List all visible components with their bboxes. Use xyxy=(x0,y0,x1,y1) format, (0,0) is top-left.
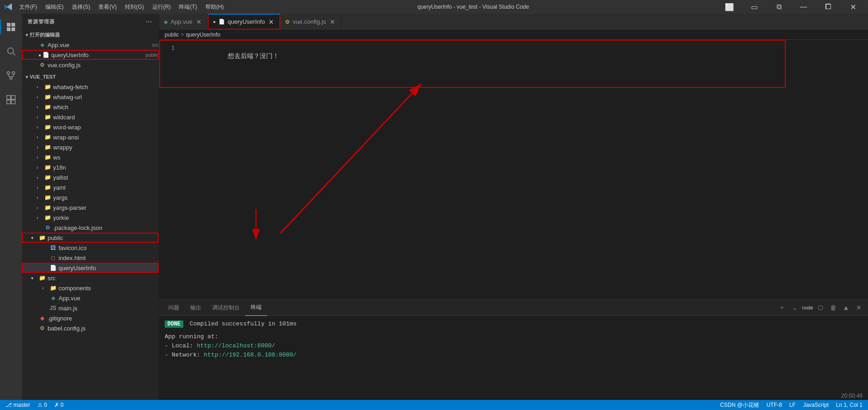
status-warnings[interactable]: ⚠ 0 xyxy=(36,402,49,408)
maximize-button[interactable]: ⧠ xyxy=(818,0,839,14)
status-branch[interactable]: ⎇ master xyxy=(4,402,32,408)
folder-icon: 📁 xyxy=(44,133,51,141)
menu-terminal[interactable]: 终端(T) xyxy=(175,2,200,12)
activity-source-control[interactable] xyxy=(0,64,22,86)
title-bar: 文件(F) 编辑(E) 选择(S) 查看(V) 转到(G) 运行(R) 终端(T… xyxy=(0,0,868,14)
activity-explorer[interactable] xyxy=(0,16,22,38)
close-button[interactable]: ✕ xyxy=(842,0,863,14)
tree-wrappy[interactable]: › 📁 wrappy xyxy=(22,142,159,152)
open-editor-query-user-info[interactable]: ● 📄 queryUserInfo public xyxy=(22,50,159,60)
status-errors[interactable]: ✗ 0 xyxy=(53,402,65,408)
ico-icon: 🖼 xyxy=(49,244,57,251)
src-chevron: ▾ xyxy=(31,276,38,281)
item-name: yorkie xyxy=(53,214,159,221)
status-cursor[interactable]: Ln 1, Col 1 xyxy=(834,402,864,408)
code-area[interactable]: 想去后端？没门！ xyxy=(182,40,864,299)
open-editors-header[interactable]: ▾ 打开的编辑器 xyxy=(22,30,159,40)
kill-terminal-button[interactable]: 🗑 xyxy=(828,302,839,313)
open-editor-app-vue[interactable]: ◈ App.vue src xyxy=(22,40,159,50)
tree-index-html[interactable]: ◻ index.html xyxy=(22,253,159,263)
network-url[interactable]: http://192.168.0.108:8080/ xyxy=(204,351,297,358)
tab-query-user-info[interactable]: ● 📄 queryUserInfo ✕ xyxy=(208,14,281,30)
panel-tab-problems[interactable]: 问题 xyxy=(163,300,185,316)
split-terminal-button[interactable]: ⬡ xyxy=(815,302,826,313)
folder-icon: 📁 xyxy=(44,214,51,221)
minimize-button[interactable]: — xyxy=(793,0,814,14)
tree-src-folder[interactable]: ▾ 📁 src xyxy=(22,273,159,283)
tree-yaml[interactable]: › 📁 yaml xyxy=(22,182,159,192)
breadcrumb-public[interactable]: public xyxy=(165,32,179,38)
tree-components[interactable]: › 📁 components xyxy=(22,283,159,293)
tree-gitignore[interactable]: ◆ .gitignore xyxy=(22,313,159,323)
local-url[interactable]: http://localhost:8080/ xyxy=(197,342,275,349)
sidebar-header: 资源管理器 ⋯ xyxy=(22,14,159,30)
tree-yallist[interactable]: › 📁 yallist xyxy=(22,172,159,182)
activity-search[interactable] xyxy=(0,40,22,62)
tree-wrap-ansi[interactable]: › 📁 wrap-ansi xyxy=(22,132,159,142)
add-terminal-button[interactable]: ＋ xyxy=(777,302,788,313)
new-file-button[interactable]: ⋯ xyxy=(144,17,153,27)
tree-main-js[interactable]: JS main.js xyxy=(22,303,159,313)
tab-query-label: queryUserInfo xyxy=(228,18,265,25)
main-layout: 资源管理器 ⋯ ▾ 打开的编辑器 ◈ App.vue src xyxy=(0,14,868,400)
modified-indicator: ● xyxy=(213,19,216,24)
menu-run[interactable]: 运行(R) xyxy=(149,2,175,12)
tree-yargs-parser[interactable]: › 📁 yargs-parser xyxy=(22,202,159,213)
scrollbar-mini[interactable] xyxy=(864,40,868,299)
panel-tab-debug[interactable]: 调试控制台 xyxy=(207,300,245,316)
tree-whatwg-url[interactable]: › 📁 whatwg-url xyxy=(22,92,159,102)
menu-select[interactable]: 选择(S) xyxy=(68,2,94,12)
sidebar: 资源管理器 ⋯ ▾ 打开的编辑器 ◈ App.vue src xyxy=(22,14,159,400)
tree-word-wrap[interactable]: › 📁 word-wrap xyxy=(22,122,159,132)
svg-line-1 xyxy=(13,53,15,55)
tree-query-user-info[interactable]: 📄 queryUserInfo xyxy=(22,263,159,273)
split-icon[interactable]: ⧉ xyxy=(768,0,789,14)
tree-public-folder[interactable]: ▾ 📁 public xyxy=(22,233,159,243)
panel-tab-terminal[interactable]: 终端 xyxy=(245,300,267,316)
activity-extensions[interactable] xyxy=(0,89,22,111)
breadcrumb-file[interactable]: queryUserInfo xyxy=(186,32,220,38)
tree-app-vue[interactable]: ◈ App.vue xyxy=(22,293,159,303)
tab-app-vue[interactable]: ◈ App.vue ✕ xyxy=(159,14,208,30)
status-eol[interactable]: LF xyxy=(788,402,798,408)
tree-ws[interactable]: › 📁 ws xyxy=(22,152,159,162)
status-lang[interactable]: JavaScript xyxy=(801,402,830,408)
tab-vue-config[interactable]: ⚙ vue.config.js ✕ xyxy=(280,14,341,30)
status-bar: ⎇ master ⚠ 0 ✗ 0 CSDN @小花猪 UTF-8 LF Java… xyxy=(0,400,868,410)
window-title: queryUserInfo - vue_test - Visual Studio… xyxy=(418,4,529,10)
menu-view[interactable]: 查看(V) xyxy=(95,2,120,12)
menu-file[interactable]: 文件(F) xyxy=(16,2,41,12)
tab-close-query[interactable]: ✕ xyxy=(268,18,275,26)
tree-y18n[interactable]: › 📁 y18n xyxy=(22,162,159,172)
folder-chevron: › xyxy=(37,85,44,90)
tree-yargs[interactable]: › 📁 yargs xyxy=(22,192,159,202)
gitignore-icon: ◆ xyxy=(38,314,46,322)
layout-icon[interactable]: ⬜ xyxy=(719,0,740,14)
status-csdn[interactable]: CSDN @小花猪 xyxy=(718,401,761,409)
menu-help[interactable]: 帮助(H) xyxy=(202,2,228,12)
maximize-panel-button[interactable]: ▲ xyxy=(841,302,852,313)
tree-wildcard[interactable]: › 📁 wildcard xyxy=(22,112,159,122)
panel-layout-icon[interactable]: ▭ xyxy=(744,0,765,14)
project-header[interactable]: ▾ VUE_TEST xyxy=(22,72,159,82)
menu-goto[interactable]: 转到(G) xyxy=(121,2,147,12)
tab-close-vue-config[interactable]: ✕ xyxy=(329,18,336,26)
tree-which[interactable]: › 📁 which xyxy=(22,102,159,112)
tree-whatwg-fetch[interactable]: › 📁 whatwg-fetch xyxy=(22,82,159,92)
tree-babel-config[interactable]: ⚙ babel.config.js xyxy=(22,323,159,333)
terminal-dropdown[interactable]: ⌄ xyxy=(789,302,800,313)
tree-favicon[interactable]: 🖼 favicon.ico xyxy=(22,243,159,253)
tree-package-lock[interactable]: ⚙ .package-lock.json xyxy=(22,223,159,233)
panel-tab-output[interactable]: 输出 xyxy=(185,300,207,316)
open-editor-vue-config[interactable]: ⚙ vue.config.js xyxy=(22,60,159,70)
menu-edit[interactable]: 编辑(E) xyxy=(42,2,67,12)
status-encoding[interactable]: UTF-8 xyxy=(765,402,784,408)
window-controls: ⬜ ▭ ⧉ — ⧠ ✕ xyxy=(719,0,863,14)
tree-yorkie[interactable]: › 📁 yorkie xyxy=(22,213,159,223)
tab-close-app-vue[interactable]: ✕ xyxy=(195,18,203,26)
item-name: wrappy xyxy=(53,144,159,151)
close-panel-button[interactable]: ✕ xyxy=(853,302,864,313)
terminal-content[interactable]: DONE Compiled successfully in 101ms App … xyxy=(159,316,868,400)
sidebar-content[interactable]: ▾ 打开的编辑器 ◈ App.vue src ● 📄 queryUserInfo… xyxy=(22,30,159,400)
item-name: yargs xyxy=(53,194,159,201)
